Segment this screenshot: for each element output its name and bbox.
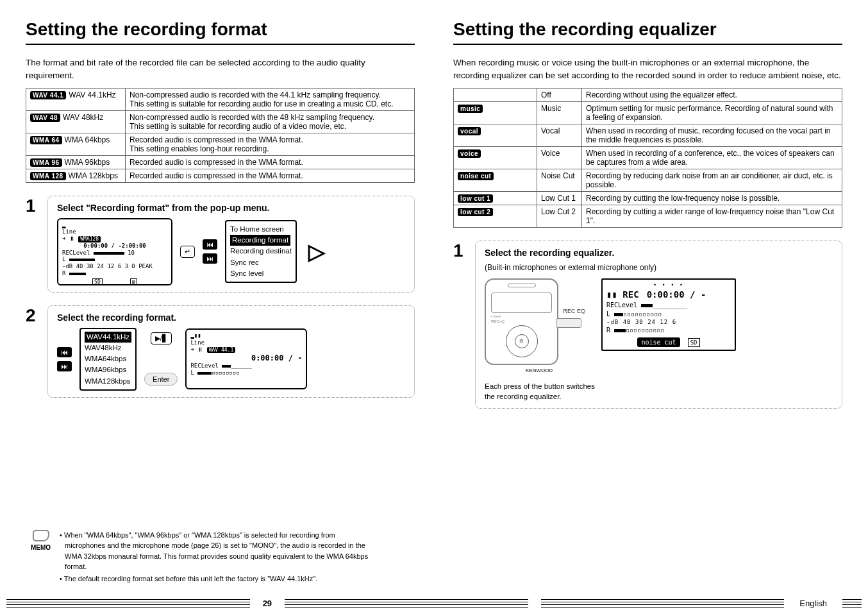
format-desc: Non-compressed audio is recorded with th… [126, 88, 415, 110]
language-label: English [799, 599, 827, 608]
format-desc: Recorded audio is compressed in the WMA … [126, 155, 415, 169]
step-number: 2 [26, 305, 41, 326]
step-caption: Each press of the button switches the re… [485, 381, 600, 402]
eq-label: Off [537, 88, 582, 101]
format-table: WAV 44.1WAV 44.1kHz Non-compressed audio… [26, 88, 415, 183]
format-label: WMA 64kbps [65, 135, 110, 144]
memo-label: MEMO [31, 543, 51, 552]
table-row: noise cut Noise Cut Recording by reducin… [454, 169, 842, 191]
sd-icon: SD [688, 338, 700, 347]
menu-item[interactable]: Recording destinat [230, 246, 292, 257]
play-pause-button[interactable]: ▶/▋ [151, 332, 172, 344]
memo-item: When "WMA 64kbps", "WMA 96kbps" or "WMA … [58, 530, 377, 572]
next-button[interactable]: ⏭ [57, 361, 72, 371]
eq-desc: Recording without using the equalizer ef… [582, 88, 842, 101]
eq-chip: noise cut [458, 172, 494, 180]
format-label: WMA 96kbps [65, 158, 110, 167]
format-desc: Recorded audio is compressed in the WMA … [126, 133, 415, 155]
table-row: voice Voice When used in recording of a … [454, 146, 842, 169]
eq-chip: low cut 1 [458, 194, 493, 203]
format-desc: Non-compressed audio is recorded with th… [126, 110, 415, 133]
page-title-right: Setting the recording equalizer [453, 19, 842, 40]
menu-item[interactable]: To Home screen [230, 224, 292, 235]
eq-chip: noise cut [637, 337, 680, 348]
prev-button[interactable]: ⏮ [57, 347, 72, 357]
table-row: WMA 64WMA 64kbps Recorded audio is compr… [26, 133, 415, 155]
eq-chip: vocal [458, 127, 481, 135]
table-row: WAV 48WAV 48kHz Non-compressed audio is … [26, 110, 415, 133]
eq-label: Low Cut 1 [537, 191, 582, 205]
rec-eq-label: REC EQ [563, 308, 585, 314]
eq-desc: Recording by cutting the low-frequency n… [582, 191, 842, 205]
format-chip: WMA 96 [30, 158, 62, 167]
eq-chip: music [458, 105, 483, 113]
proceed-arrow-icon: ▷ [308, 239, 325, 264]
eq-label: Vocal [537, 124, 582, 146]
step1-title: Select "Recording format" from the pop-u… [57, 203, 405, 213]
page-number: 29 [263, 599, 272, 608]
step1r-title: Select the recording equalizer. [485, 248, 833, 258]
menu-item[interactable]: Sync rec [230, 257, 292, 268]
table-row: vocal Vocal When used in recording of mu… [454, 124, 842, 146]
brand-label: KENWOOD [485, 368, 594, 373]
eq-label: Voice [537, 146, 582, 169]
memo-block: MEMO When "WMA 64kbps", "WMA 96kbps" or … [31, 530, 377, 586]
enter-button[interactable]: ↵ [180, 246, 195, 258]
eq-desc: Optimum setting for music performance. R… [582, 101, 842, 124]
lcd-preview: ▂Line ➜ ⏸ WMA128 0:00:00 / -2:00:00 RECL… [57, 218, 172, 285]
eq-desc: When used in recording of a conference, … [582, 146, 842, 169]
menu-item-selected[interactable]: Recording format [230, 235, 290, 246]
eq-chip: low cut 2 [458, 208, 493, 216]
option-item[interactable]: WMA96kbps [85, 364, 131, 375]
memo-item: The default recording format set before … [58, 574, 377, 584]
wheel-icon[interactable]: ⊙ [506, 325, 538, 357]
option-selected[interactable]: WAV44.1kHz [85, 332, 131, 343]
format-desc: Recorded audio is compressed in the WMA … [126, 169, 415, 182]
eq-chip: voice [458, 149, 481, 158]
option-list: WAV44.1kHz WAV48kHz WMA64kbps WMA96kbps … [79, 328, 137, 391]
step-number: 1 [453, 241, 469, 261]
divider [453, 44, 842, 45]
eq-label: Low Cut 2 [537, 205, 582, 227]
step-number: 1 [26, 196, 41, 216]
table-row: WAV 44.1WAV 44.1kHz Non-compressed audio… [26, 88, 415, 110]
format-label: WAV 48kHz [63, 113, 103, 122]
popup-menu: To Home screen Recording format Recordin… [225, 220, 297, 283]
format-chip: WAV 44.1 [30, 91, 66, 99]
eq-desc: Recording by reducing dark noise from an… [582, 169, 842, 191]
table-row: WMA 96WMA 96kbps Recorded audio is compr… [26, 155, 415, 169]
table-row: Off Recording without using the equalize… [454, 88, 842, 101]
step1r-sub: (Built-in microphones or external microp… [485, 263, 833, 272]
format-chip: WMA 128 [30, 172, 66, 180]
lcd-preview: ▂▮▮Line ➜ ⏸ WAV 44.1 0:00:00 / - RECLeve… [185, 328, 307, 389]
eq-label: Noise Cut [537, 169, 582, 191]
table-row: WMA 128WMA 128kbps Recorded audio is com… [26, 169, 415, 182]
equalizer-table: Off Recording without using the equalize… [453, 88, 842, 228]
option-item[interactable]: WMA64kbps [85, 353, 131, 364]
option-item[interactable]: WAV48kHz [85, 343, 131, 353]
enter-button[interactable]: Enter [144, 373, 178, 386]
format-chip: WMA 64 [30, 136, 62, 144]
eq-desc: Recording by cutting a wider range of lo… [582, 205, 842, 227]
format-label: WMA 128kbps [69, 171, 118, 180]
prev-button[interactable]: ⏮ [203, 239, 217, 250]
table-row: low cut 2 Low Cut 2 Recording by cutting… [454, 205, 842, 227]
intro-left: The format and bit rate of the recorded … [26, 56, 415, 83]
memo-icon [33, 530, 49, 541]
lcd-preview: • • • • ▮▮ REC 0:00:00 / - RECLevel ____… [601, 278, 736, 352]
step2-title: Select the recording format. [57, 312, 405, 323]
page-title-left: Setting the recording format [26, 19, 415, 40]
menu-item[interactable]: Sync level [230, 268, 292, 279]
page-footer: 29 English [0, 599, 868, 608]
table-row: low cut 1 Low Cut 1 Recording by cutting… [454, 191, 842, 205]
divider [26, 44, 415, 45]
format-label: WAV 44.1kHz [69, 90, 115, 99]
table-row: music Music Optimum setting for music pe… [454, 101, 842, 124]
eq-desc: When used in recording of music, recordi… [582, 124, 842, 146]
intro-right: When recording music or voice using the … [453, 56, 842, 83]
option-item[interactable]: WMA128kbps [85, 376, 131, 387]
next-button[interactable]: ⏭ [203, 253, 217, 264]
recorder-device: • xxxx REC+Q ⊙ REC EQ [485, 278, 558, 365]
eq-label: Music [537, 101, 582, 124]
rec-eq-button[interactable] [556, 318, 581, 328]
